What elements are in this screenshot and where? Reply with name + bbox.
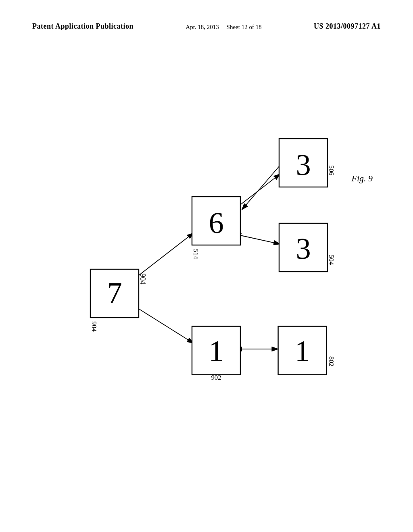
node-506-label: 3 [296, 148, 311, 181]
ref-904: 904 [90, 322, 98, 332]
node-514-label: 6 [209, 206, 223, 239]
ref-514: 514 [192, 249, 200, 260]
edge-506-514 [242, 165, 280, 210]
diagram-svg: 7 904 6 3 3 1 1 904 514 506 504 902 802 [0, 81, 413, 443]
header-left: Patent Application Publication [32, 22, 133, 31]
ref-506: 506 [327, 165, 335, 175]
publication-title: Patent Application Publication [32, 22, 133, 31]
header-center: Apr. 18, 2013 Sheet 12 of 18 [186, 24, 261, 31]
node-504-label: 3 [296, 232, 311, 265]
ref-802: 802 [327, 356, 335, 366]
header-right: US 2013/0097127 A1 [314, 22, 381, 31]
node-902-label: 1 [209, 335, 223, 368]
ref-504: 504 [327, 255, 335, 265]
figure-label: Fig. 9 [351, 173, 373, 184]
node-904-label: 7 [107, 276, 122, 310]
edge-514-504 [240, 235, 280, 244]
node-904-ref: 904 [139, 274, 147, 285]
page-header: Patent Application Publication Apr. 18, … [0, 22, 413, 31]
diagram-container: 7 904 6 3 3 1 1 904 514 506 504 902 802 [0, 81, 413, 443]
ref-902: 902 [211, 374, 221, 381]
edge-904-902 [137, 308, 193, 343]
publication-date: Apr. 18, 2013 [186, 24, 219, 30]
edge-904-514 [137, 233, 193, 276]
node-802-label: 1 [295, 335, 310, 368]
sheet-info: Sheet 12 of 18 [227, 24, 262, 30]
patent-number: US 2013/0097127 A1 [314, 22, 381, 30]
